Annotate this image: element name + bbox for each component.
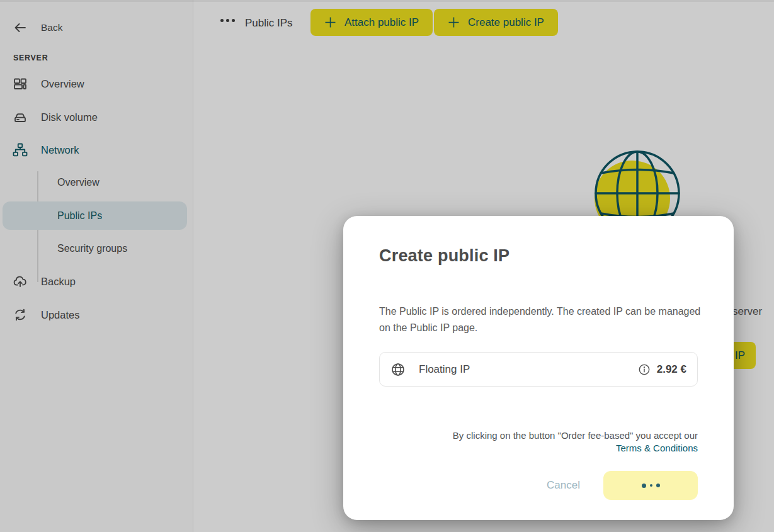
- option-label: Floating IP: [419, 363, 470, 376]
- loading-dot: [642, 484, 646, 488]
- info-icon[interactable]: [638, 363, 651, 376]
- floating-ip-option[interactable]: Floating IP 2.92 €: [379, 352, 698, 387]
- dialog-footer: Cancel: [379, 471, 698, 500]
- globe-icon: [390, 362, 406, 377]
- loading-dot: [650, 484, 652, 487]
- order-loading-button[interactable]: [603, 471, 698, 500]
- create-public-ip-dialog: Create public IP The Public IP is ordere…: [343, 216, 734, 520]
- price-label: 2.92 €: [657, 363, 686, 376]
- terms-and-conditions-link[interactable]: Terms & Conditions: [379, 442, 698, 455]
- dialog-description: The Public IP is ordered independently. …: [379, 303, 707, 336]
- terms-notice: By clicking on the button "Order fee-bas…: [379, 429, 698, 455]
- dialog-title: Create public IP: [379, 246, 698, 266]
- loading-dot: [656, 484, 660, 487]
- terms-text: By clicking on the button "Order fee-bas…: [453, 430, 698, 441]
- cancel-button[interactable]: Cancel: [547, 479, 580, 492]
